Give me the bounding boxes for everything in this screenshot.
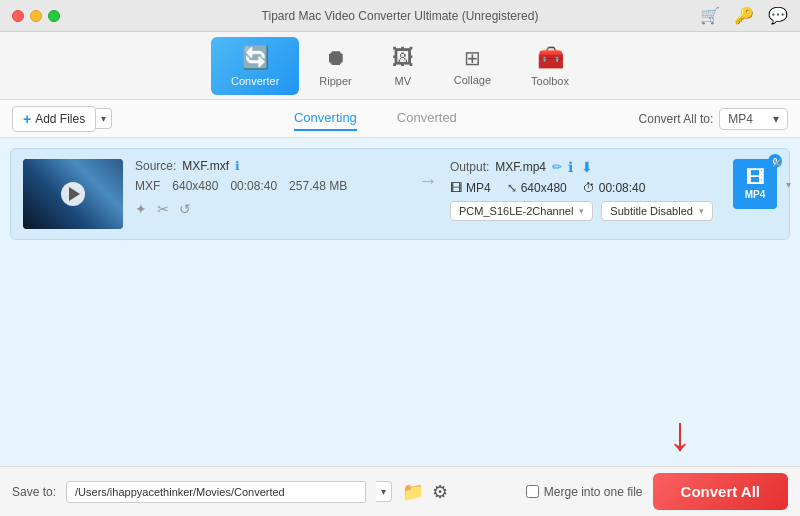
output-download-icon[interactable]: ⬇ — [581, 159, 593, 175]
minimize-button[interactable] — [30, 10, 42, 22]
merge-checkbox[interactable] — [526, 485, 539, 498]
file-size: 257.48 MB — [289, 179, 347, 193]
output-action-buttons: ℹ ⬇ — [568, 159, 593, 175]
toolbar-label-toolbox: Toolbox — [531, 75, 569, 87]
toolbox-icon: 🧰 — [537, 45, 564, 71]
toolbar-label-collage: Collage — [454, 74, 491, 86]
toolbar-item-collage[interactable]: ⊞ Collage — [434, 38, 511, 94]
ripper-icon: ⏺ — [325, 45, 347, 71]
toolbar-label-ripper: Ripper — [319, 75, 351, 87]
toolbar-item-converter[interactable]: 🔄 Converter — [211, 37, 299, 95]
arrow-right: → — [418, 169, 438, 192]
output-file-info: Output: MXF.mp4 ✏ ℹ ⬇ 🎞 MP4 ⤡ 640x480 — [450, 159, 721, 221]
add-files-button[interactable]: + Add Files — [12, 106, 96, 132]
output-format: MP4 — [466, 181, 491, 195]
tab-converted[interactable]: Converted — [397, 106, 457, 131]
output-filename: MXF.mp4 — [495, 160, 546, 174]
merge-section: Merge into one file — [526, 485, 643, 499]
audio-dropdown[interactable]: PCM_S16LE-2Channel ▾ — [450, 201, 593, 221]
format-value: MP4 — [728, 112, 753, 126]
collage-icon: ⊞ — [464, 46, 481, 70]
source-label: Source: — [135, 159, 176, 173]
video-thumbnail[interactable] — [23, 159, 123, 229]
convert-all-to-label: Convert All to: — [639, 112, 714, 126]
audio-value: PCM_S16LE-2Channel — [459, 205, 573, 217]
plus-icon: + — [23, 111, 31, 127]
file-type: MXF — [135, 179, 160, 193]
convert-all-button[interactable]: Convert All — [653, 473, 788, 510]
badge-film-icon: 🎞 — [746, 168, 764, 189]
toolbar-item-toolbox[interactable]: 🧰 Toolbox — [511, 37, 589, 95]
tab-converting[interactable]: Converting — [294, 106, 357, 131]
clock-icon: ⏱ — [583, 181, 595, 195]
loop-icon[interactable]: ↺ — [179, 201, 191, 217]
convert-all-to-section: Convert All to: MP4 ▾ — [639, 108, 788, 130]
bottom-action-icons: 📁 ⚙ — [402, 481, 448, 503]
output-info-icon[interactable]: ℹ — [568, 159, 573, 175]
save-to-label: Save to: — [12, 485, 56, 499]
file-card: Source: MXF.mxf ℹ MXF 640x480 00:08:40 2… — [10, 148, 790, 240]
toolbar-item-mv[interactable]: 🖼 MV — [372, 37, 434, 95]
film-icon: 🎞 — [450, 181, 462, 195]
output-resolution: 640x480 — [521, 181, 567, 195]
output-label: Output: — [450, 160, 489, 174]
gear-icon[interactable]: ⚙ — [432, 481, 448, 503]
source-file-info: Source: MXF.mxf ℹ MXF 640x480 00:08:40 2… — [135, 159, 406, 217]
close-card-button[interactable]: ✕ — [771, 155, 783, 171]
red-arrow-indicator: ↓ — [668, 410, 692, 458]
add-files-dropdown[interactable]: ▾ — [96, 108, 112, 129]
merge-label-text: Merge into one file — [544, 485, 643, 499]
play-icon — [69, 187, 80, 201]
spec-resolution: ⤡ 640x480 — [507, 181, 567, 195]
source-filename: MXF.mxf — [182, 159, 229, 173]
output-dropdowns: PCM_S16LE-2Channel ▾ Subtitle Disabled ▾ — [450, 201, 721, 221]
badge-caret[interactable]: ▾ — [786, 179, 791, 190]
toolbar-item-ripper[interactable]: ⏺ Ripper — [299, 37, 371, 95]
file-action-icons: ✦ ✂ ↺ — [135, 201, 406, 217]
format-dropdown[interactable]: MP4 ▾ — [719, 108, 788, 130]
file-meta: MXF 640x480 00:08:40 257.48 MB — [135, 179, 406, 193]
spec-duration: ⏱ 00:08:40 — [583, 181, 646, 195]
output-duration: 00:08:40 — [599, 181, 646, 195]
file-resolution: 640x480 — [172, 179, 218, 193]
title-bar-actions: 🛒 🔑 💬 — [700, 6, 788, 25]
toolbar-label-converter: Converter — [231, 75, 279, 87]
subtitle-dropdown-caret: ▾ — [699, 206, 704, 216]
folder-icon[interactable]: 📁 — [402, 481, 424, 503]
format-dropdown-caret: ▾ — [773, 112, 779, 126]
save-path-value: /Users/ihappyacethinker/Movies/Converted — [75, 486, 285, 498]
file-duration: 00:08:40 — [230, 179, 277, 193]
key-icon[interactable]: 🔑 — [734, 6, 754, 25]
cart-icon[interactable]: 🛒 — [700, 6, 720, 25]
maximize-button[interactable] — [48, 10, 60, 22]
subtitle-dropdown[interactable]: Subtitle Disabled ▾ — [601, 201, 713, 221]
output-specs: 🎞 MP4 ⤡ 640x480 ⏱ 00:08:40 — [450, 181, 721, 195]
add-files-label: Add Files — [35, 112, 85, 126]
toolbar-label-mv: MV — [394, 75, 411, 87]
save-path-input[interactable]: /Users/ihappyacethinker/Movies/Converted — [66, 481, 366, 503]
sparkle-icon[interactable]: ✦ — [135, 201, 147, 217]
play-button[interactable] — [61, 182, 85, 206]
sub-toolbar: + Add Files ▾ Converting Converted Conve… — [0, 100, 800, 138]
subtitle-value: Subtitle Disabled — [610, 205, 693, 217]
title-bar: Tipard Mac Video Converter Ultimate (Unr… — [0, 0, 800, 32]
window-title: Tipard Mac Video Converter Ultimate (Unr… — [262, 9, 539, 23]
edit-icon[interactable]: ✏ — [552, 160, 562, 174]
spec-format: 🎞 MP4 — [450, 181, 491, 195]
bottom-bar: Save to: /Users/ihappyacethinker/Movies/… — [0, 466, 800, 516]
scissors-icon[interactable]: ✂ — [157, 201, 169, 217]
audio-dropdown-caret: ▾ — [579, 206, 584, 216]
traffic-lights — [12, 10, 60, 22]
main-toolbar: 🔄 Converter ⏺ Ripper 🖼 MV ⊞ Collage 🧰 To… — [0, 32, 800, 100]
sub-tabs: Converting Converted — [112, 106, 638, 131]
chat-icon[interactable]: 💬 — [768, 6, 788, 25]
save-path-dropdown[interactable]: ▾ — [376, 481, 392, 502]
info-icon[interactable]: ℹ — [235, 159, 240, 173]
mv-icon: 🖼 — [392, 45, 414, 71]
badge-label: MP4 — [745, 189, 766, 200]
converter-icon: 🔄 — [242, 45, 269, 71]
resize-icon: ⤡ — [507, 181, 517, 195]
close-button[interactable] — [12, 10, 24, 22]
